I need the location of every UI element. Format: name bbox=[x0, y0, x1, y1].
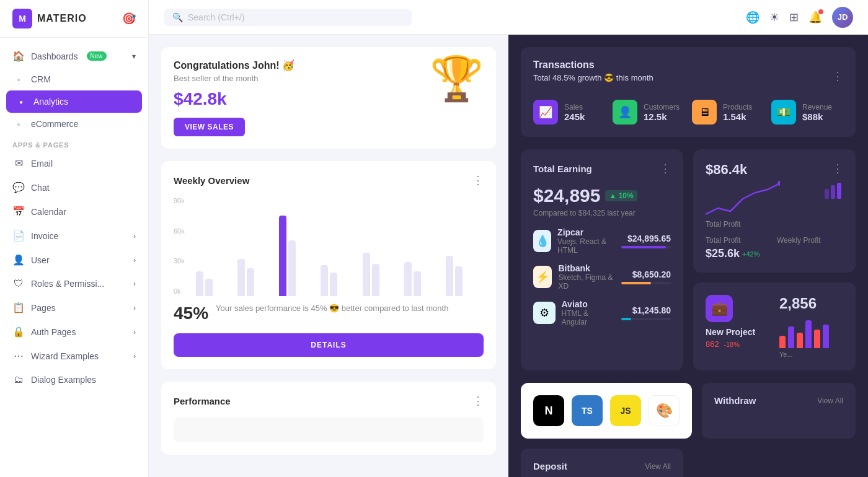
earning-compare: Compared to $84,325 last year bbox=[533, 209, 671, 217]
progress-bar bbox=[621, 246, 671, 248]
performance-card: Performance ⋮ bbox=[161, 382, 496, 455]
theme-icon[interactable]: ☀ bbox=[769, 11, 779, 24]
view-sales-button[interactable]: VIEW SALES bbox=[174, 118, 245, 136]
transactions-subtitle: Total 48.5% growth 😎 this month bbox=[533, 73, 653, 82]
mini-bar bbox=[805, 320, 812, 348]
sidebar-item-crm[interactable]: ● CRM bbox=[0, 68, 148, 90]
chart-desc: Your sales performance is 45% 😎 better c… bbox=[216, 304, 484, 313]
sidebar-item-email[interactable]: ✉ Email bbox=[0, 151, 148, 175]
sidebar-item-label: Pages bbox=[31, 303, 56, 313]
search-bar[interactable]: 🔍 Search (Ctrl+/) bbox=[164, 9, 412, 26]
bar-group bbox=[446, 256, 484, 296]
circle-icon: ● bbox=[12, 121, 25, 128]
label: Weekly Profit bbox=[777, 236, 843, 245]
sidebar-item-wizard[interactable]: ⋯ Wizard Examples › bbox=[0, 344, 148, 368]
chevron-icon: › bbox=[133, 232, 136, 240]
transactions-title: Transactions bbox=[533, 59, 653, 71]
subtitle-prefix: Total 48.5% growth 😎 this month bbox=[533, 73, 653, 82]
left-panel: Congratulations John! 🥳 Best seller of t… bbox=[149, 35, 508, 477]
right-panel: Transactions Total 48.5% growth 😎 this m… bbox=[508, 35, 868, 477]
profit-weekly: Weekly Profit bbox=[777, 236, 843, 260]
y-label: 60k bbox=[174, 227, 185, 235]
view-all-button[interactable]: View All bbox=[645, 462, 671, 471]
trans-info: Sales 245k bbox=[564, 103, 585, 122]
sales-icon: 📈 bbox=[533, 100, 558, 125]
bar-group bbox=[279, 216, 317, 296]
avatar[interactable]: JD bbox=[832, 7, 853, 28]
chevron-icon: › bbox=[133, 304, 136, 312]
javascript-icon: JS bbox=[610, 395, 641, 426]
congrats-card: Congratulations John! 🥳 Best seller of t… bbox=[161, 47, 496, 149]
progress-bar bbox=[621, 318, 671, 320]
more-options-icon[interactable]: ⋮ bbox=[832, 69, 843, 83]
deposit-header: Deposit View All bbox=[533, 461, 671, 471]
earning-item-bitbank: ⚡ Bitbank Sketch, Figma & XD $8,650.20 bbox=[533, 263, 671, 291]
sidebar-item-ecommerce[interactable]: ● eCommerce bbox=[0, 113, 148, 135]
profit-chart bbox=[706, 180, 780, 217]
logo-area: M MATERIO 🎯 bbox=[0, 0, 148, 38]
earning-name: Bitbank bbox=[558, 263, 615, 273]
trans-value: $88k bbox=[802, 112, 832, 122]
earning-amount: $24,895 ▲ 10% bbox=[533, 185, 671, 206]
year-label: Ye... bbox=[779, 351, 843, 358]
profit-left: $86.4k Total Profit bbox=[706, 162, 780, 231]
sidebar-item-user[interactable]: 👤 User › bbox=[0, 248, 148, 272]
earning-name: Aviato bbox=[562, 299, 615, 309]
sidebar-item-chat[interactable]: 💬 Chat bbox=[0, 175, 148, 199]
lock-icon: 🔒 bbox=[12, 326, 25, 338]
sidebar-item-roles[interactable]: 🛡 Roles & Permissi... › bbox=[0, 272, 148, 295]
details-button[interactable]: DETAILS bbox=[174, 333, 484, 357]
target-icon[interactable]: 🎯 bbox=[122, 12, 136, 25]
email-icon: ✉ bbox=[12, 157, 25, 169]
bar-group bbox=[363, 253, 401, 296]
chevron-icon: › bbox=[133, 256, 136, 265]
chevron-icon: › bbox=[133, 352, 136, 361]
notification-wrapper[interactable]: 🔔 bbox=[808, 11, 822, 24]
chart-percent: 45% bbox=[174, 304, 208, 323]
trophy-icon: 🏆 bbox=[430, 53, 484, 104]
products-icon: 🖥 bbox=[692, 100, 717, 125]
sidebar-item-dashboards[interactable]: 🏠 Dashboards New ▾ bbox=[0, 44, 148, 68]
view-all-button[interactable]: View All bbox=[817, 396, 843, 405]
home-icon: 🏠 bbox=[12, 50, 25, 62]
figma-icon: 🎨 bbox=[649, 395, 680, 426]
withdraw-header: Withdraw View All bbox=[714, 395, 843, 406]
earning-name: Zipcar bbox=[557, 227, 615, 237]
logo-icon: M bbox=[12, 9, 32, 28]
search-placeholder: Search (Ctrl+/) bbox=[188, 12, 244, 22]
bar bbox=[372, 264, 379, 296]
sidebar-item-analytics[interactable]: ● Analytics bbox=[6, 90, 142, 113]
svg-rect-1 bbox=[825, 189, 829, 199]
sidebar-item-invoice[interactable]: 📄 Invoice › bbox=[0, 224, 148, 248]
more-options-icon[interactable]: ⋮ bbox=[472, 394, 484, 408]
main-content: 🔍 Search (Ctrl+/) 🌐 ☀ ⊞ 🔔 JD Congratulat… bbox=[149, 0, 868, 477]
invoice-icon: 📄 bbox=[12, 230, 25, 242]
label: Total Profit bbox=[706, 236, 772, 245]
deposit-row: Deposit View All bbox=[521, 449, 856, 477]
project-left: 💼 New Project 862 -18% bbox=[706, 295, 769, 358]
profit-bottom: Total Profit $25.6k +42% Weekly Profit bbox=[706, 236, 843, 260]
withdraw-card: Withdraw View All bbox=[702, 383, 856, 439]
sidebar-item-pages[interactable]: 📋 Pages › bbox=[0, 295, 148, 320]
trans-value: 245k bbox=[564, 112, 585, 122]
translate-icon[interactable]: 🌐 bbox=[746, 11, 760, 24]
deposit-title: Deposit bbox=[533, 461, 567, 471]
progress-bar bbox=[621, 282, 671, 284]
sidebar-item-calendar[interactable]: 📅 Calendar bbox=[0, 199, 148, 224]
more-options-icon[interactable]: ⋮ bbox=[660, 162, 671, 175]
y-axis: 90k 60k 30k 0k bbox=[174, 197, 185, 296]
bar bbox=[247, 268, 254, 296]
grid-icon[interactable]: ⊞ bbox=[789, 11, 799, 24]
trans-label: Customers bbox=[644, 103, 680, 112]
sidebar-item-dialog[interactable]: 🗂 Dialog Examples bbox=[0, 368, 148, 392]
bar bbox=[196, 271, 203, 296]
more-options-icon[interactable]: ⋮ bbox=[832, 162, 843, 175]
zipcar-logo: 💧 bbox=[533, 230, 551, 252]
profit-card: $86.4k Total Profit ⋮ bbox=[693, 149, 856, 273]
bar bbox=[363, 253, 370, 296]
sidebar-item-auth[interactable]: 🔒 Auth Pages › bbox=[0, 320, 148, 344]
more-options-icon[interactable]: ⋮ bbox=[472, 173, 484, 187]
earning-right: $1,245.80 bbox=[621, 305, 671, 320]
calendar-icon: 📅 bbox=[12, 206, 25, 217]
profit-header: $86.4k Total Profit ⋮ bbox=[706, 162, 843, 231]
